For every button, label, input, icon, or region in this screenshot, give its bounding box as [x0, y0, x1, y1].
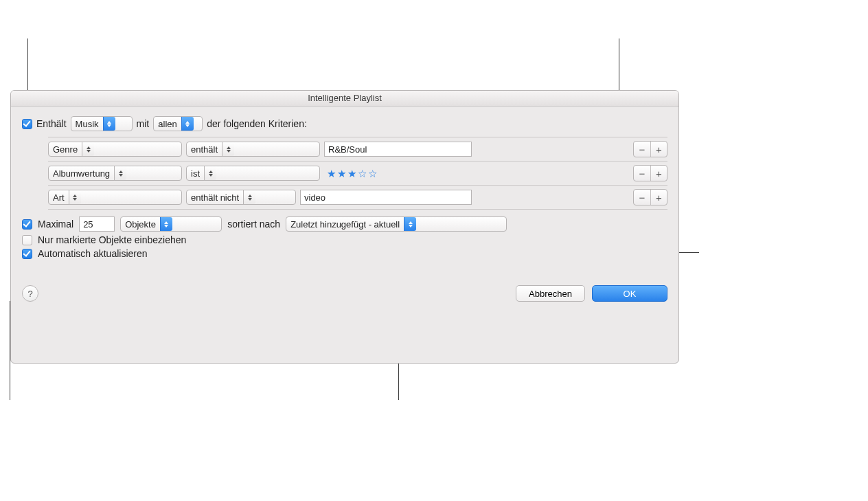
limit-row: Maximal 25 Objekte sortiert nach Zuletzt…	[22, 216, 667, 232]
cancel-label: Abbrechen	[529, 289, 572, 299]
plus-icon: +	[656, 192, 662, 203]
callout-line	[27, 38, 28, 90]
live-update-row: Automatisch aktualisieren	[22, 248, 667, 259]
live-update-checkbox[interactable]	[22, 249, 32, 259]
star-icon: ☆	[358, 168, 367, 179]
rule-row: Genre enthält R&B/Soul − +	[48, 137, 667, 162]
minus-icon: −	[639, 168, 646, 179]
rule-operator-popup[interactable]: ist	[186, 166, 320, 181]
limit-count-value: 25	[83, 219, 93, 230]
window-title-text: Intelligente Playlist	[308, 93, 382, 103]
updown-icon	[222, 142, 234, 156]
updown-icon	[181, 117, 194, 131]
updown-icon	[404, 217, 416, 231]
media-type-value: Musik	[71, 119, 103, 129]
only-checked-checkbox[interactable]	[22, 235, 32, 245]
limit-sort-value: Zuletzt hinzugefügt - aktuell	[286, 219, 404, 230]
rule-stepper: − +	[633, 141, 667, 157]
rule-value-field[interactable]: video	[300, 190, 472, 205]
rule-stepper: − +	[633, 165, 667, 181]
star-icon: ★	[347, 168, 356, 179]
rule-operator-value: enthält nicht	[187, 192, 243, 203]
live-update-label: Automatisch aktualisieren	[38, 248, 148, 259]
ok-button[interactable]: OK	[592, 285, 667, 302]
updown-icon	[243, 190, 255, 204]
question-icon: ?	[27, 289, 32, 299]
updown-icon	[103, 117, 115, 131]
rule-operator-value: enthält	[187, 144, 222, 155]
limit-sort-popup[interactable]: Zuletzt hinzugefügt - aktuell	[286, 216, 507, 232]
rule-criterion-popup[interactable]: Genre	[48, 142, 182, 157]
limit-count-field[interactable]: 25	[79, 216, 115, 232]
add-rule-button[interactable]: +	[650, 166, 667, 181]
rule-value-field[interactable]: R&B/Soul	[324, 142, 472, 157]
remove-rule-button[interactable]: −	[634, 142, 650, 157]
media-type-popup[interactable]: Musik	[71, 116, 133, 131]
limit-unit-value: Objekte	[121, 219, 160, 230]
rule-criterion-popup[interactable]: Albumwertung	[48, 166, 182, 181]
rules-list: Genre enthält R&B/Soul − +	[48, 137, 667, 210]
limit-label: Maximal	[38, 219, 73, 230]
rule-criterion-value: Art	[49, 192, 69, 203]
rule-operator-popup[interactable]: enthält nicht	[186, 190, 296, 205]
limit-sort-label: sortiert nach	[227, 219, 280, 230]
rule-value-text: video	[304, 192, 326, 203]
match-mode-value: allen	[154, 119, 181, 129]
rule-rating-stars[interactable]: ★ ★ ★ ☆ ☆	[324, 168, 377, 179]
only-checked-row: Nur markierte Objekte einbeziehen	[22, 234, 667, 245]
star-icon: ☆	[368, 168, 377, 179]
updown-icon	[82, 142, 94, 156]
help-button[interactable]: ?	[22, 285, 38, 302]
rule-criterion-value: Genre	[49, 144, 82, 155]
minus-icon: −	[639, 192, 646, 203]
rule-row: Albumwertung ist ★ ★ ★ ☆ ☆	[48, 162, 667, 186]
only-checked-label: Nur markierte Objekte einbeziehen	[38, 234, 186, 245]
plus-icon: +	[656, 144, 662, 155]
updown-icon	[69, 190, 81, 204]
dialog-footer: ? Abbrechen OK	[22, 285, 667, 302]
match-mode-popup[interactable]: allen	[153, 116, 203, 131]
rule-value-text: R&B/Soul	[328, 144, 367, 155]
updown-icon	[160, 217, 172, 231]
add-rule-button[interactable]: +	[650, 190, 667, 205]
ok-label: OK	[624, 289, 637, 299]
minus-icon: −	[639, 144, 646, 155]
star-icon: ★	[337, 168, 346, 179]
window-title: Intelligente Playlist	[11, 91, 678, 107]
remove-rule-button[interactable]: −	[634, 166, 650, 181]
rule-criterion-value: Albumwertung	[49, 168, 114, 179]
rule-operator-popup[interactable]: enthält	[186, 142, 320, 157]
rule-stepper: − +	[633, 189, 667, 205]
match-checkbox[interactable]	[22, 119, 32, 129]
rule-criterion-popup[interactable]: Art	[48, 190, 182, 205]
remove-rule-button[interactable]: −	[634, 190, 650, 205]
add-rule-button[interactable]: +	[650, 142, 667, 157]
limit-checkbox[interactable]	[22, 219, 32, 230]
limit-unit-popup[interactable]: Objekte	[120, 216, 222, 232]
match-row: Enthält Musik mit allen der folgenden Kr…	[22, 116, 667, 131]
match-contains-label: Enthält	[36, 118, 67, 129]
cancel-button[interactable]: Abbrechen	[516, 285, 585, 302]
match-mid-label: mit	[137, 118, 150, 129]
smart-playlist-dialog: Intelligente Playlist Enthält Musik mit …	[10, 90, 679, 364]
star-icon: ★	[327, 168, 336, 179]
match-suffix-label: der folgenden Kriterien:	[207, 118, 307, 129]
rule-row: Art enthält nicht video − +	[48, 186, 667, 210]
rule-operator-value: ist	[187, 168, 204, 179]
updown-icon	[204, 166, 216, 180]
updown-icon	[114, 166, 126, 180]
plus-icon: +	[656, 168, 662, 179]
